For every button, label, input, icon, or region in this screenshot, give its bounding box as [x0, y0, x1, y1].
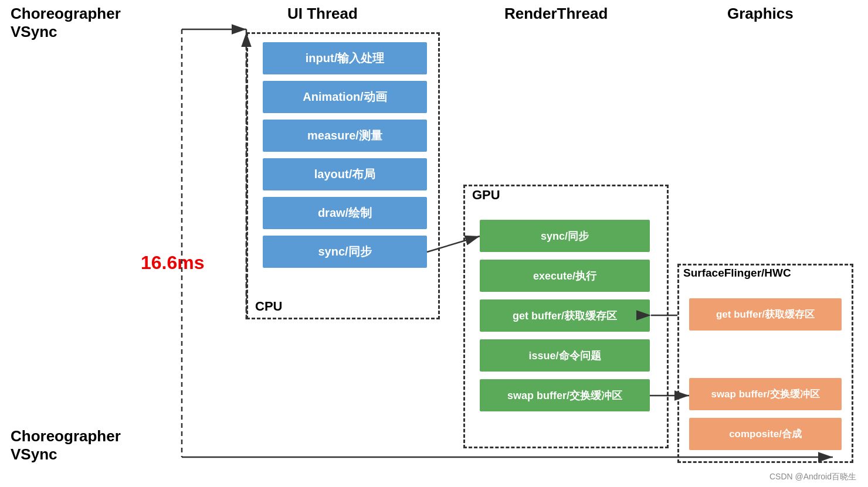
watermark: CSDN @Android百晓生	[769, 472, 856, 482]
header-graphics: Graphics	[727, 5, 794, 23]
gpu-block-execute: execute/执行	[480, 260, 650, 292]
gpu-block-swapbuffer: swap buffer/交换缓冲区	[480, 379, 650, 411]
sf-block-swapbuffer: swap buffer/交换缓冲区	[689, 378, 842, 410]
ui-block-measure: measure/测量	[263, 120, 427, 152]
sf-block-getbuffer: get buffer/获取缓存区	[689, 298, 842, 331]
ui-block-draw: draw/绘制	[263, 197, 427, 229]
timing-label: 16.6ms	[141, 252, 205, 274]
sf-label: SurfaceFlinger/HWC	[683, 267, 791, 280]
gpu-block-issue: issue/命令问题	[480, 339, 650, 372]
gpu-label: GPU	[472, 188, 500, 203]
header-render-thread: RenderThread	[504, 5, 608, 23]
gpu-block-getbuffer: get buffer/获取缓存区	[480, 299, 650, 332]
header-ui-thread: UI Thread	[287, 5, 358, 23]
choreographer-vsync-bottom: ChoreographerVSync	[11, 427, 121, 464]
gpu-block-sync: sync/同步	[480, 220, 650, 252]
ui-block-sync: sync/同步	[263, 236, 427, 268]
sf-block-composite: composite/合成	[689, 418, 842, 450]
choreographer-vsync-top: Choreographer VSync	[11, 5, 121, 41]
cpu-label: CPU	[255, 299, 282, 314]
diagram-container: Choreographer VSync ChoreographerVSync U…	[0, 0, 868, 487]
ui-block-layout: layout/布局	[263, 158, 427, 190]
ui-block-animation: Animation/动画	[263, 81, 427, 113]
ui-block-input: input/输入处理	[263, 42, 427, 74]
